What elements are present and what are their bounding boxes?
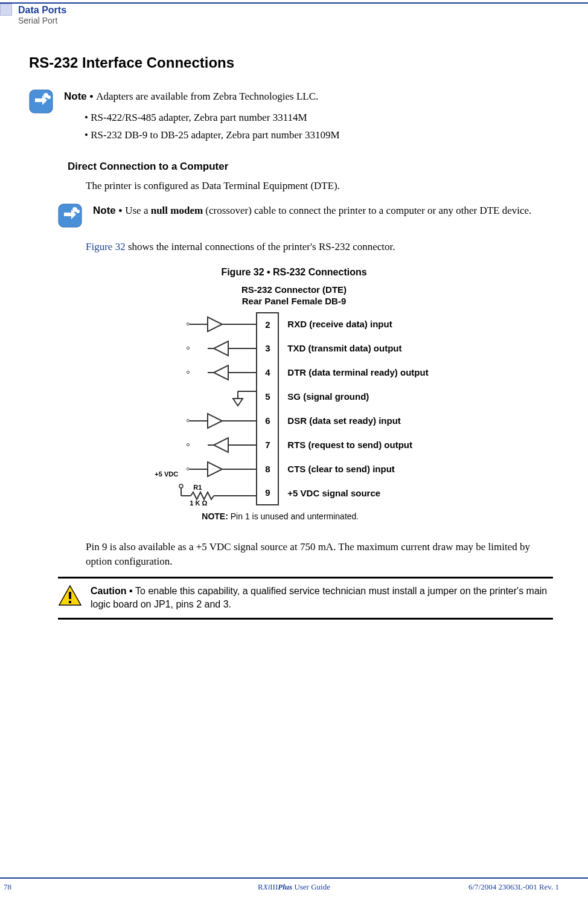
pin-label: TXD (transmit data) output [279, 343, 401, 353]
connector-subtitle: Rear Panel Female DB-9 [159, 295, 428, 307]
note-icon [58, 204, 82, 228]
subsection-heading: Direct Connection to a Computer [68, 161, 559, 173]
pin-label: SG (signal ground) [279, 391, 369, 402]
pin-label: RTS (request to send) output [279, 440, 412, 450]
page-footer: 78 RXiIIIPlus User Guide 6/7/2004 23063L… [0, 877, 588, 892]
caution-label: Caution • [91, 586, 135, 596]
figure-xref[interactable]: Figure 32 [86, 241, 126, 252]
body-paragraph: Pin 9 is also available as a +5 VDC sign… [86, 540, 553, 569]
note-icon [29, 89, 53, 114]
pin-number: 8 [256, 457, 279, 481]
svg-point-5 [76, 210, 80, 213]
connector-title: RS-232 Connector (DTE) [159, 284, 428, 296]
diagram-footnote: NOTE: Pin 1 is unused and unterminated. [159, 511, 428, 521]
note-label: Note • [64, 91, 96, 102]
pin-label: DSR (data set ready) input [279, 415, 401, 426]
note-label: Note • [93, 205, 125, 216]
note-block-adapters: Note • Adapters are available from Zebra… [29, 89, 559, 144]
pin-number: 3 [256, 336, 279, 361]
pin-number: 4 [256, 361, 279, 385]
note-bold: null modem [151, 205, 203, 216]
note-block-nullmodem: Note • Use a null modem (crossover) cabl… [58, 204, 559, 228]
pin-label: +5 VDC signal source [279, 488, 380, 498]
r1-label: R1 [193, 484, 202, 491]
note-text: Adapters are available from Zebra Techno… [96, 91, 318, 102]
pin-number: 2 [256, 312, 279, 336]
svg-rect-27 [69, 601, 71, 603]
svg-point-21 [179, 484, 183, 488]
figure-caption: Figure 32 • RS-232 Connections [29, 267, 559, 278]
note-bullet: RS-422/RS-485 adapter, Zebra part number… [85, 109, 559, 127]
pin-label: CTS (clear to send) input [279, 464, 395, 474]
pin-label: RXD (receive data) input [279, 319, 392, 329]
caution-icon [58, 585, 82, 606]
resistor-label: 1 K Ω [190, 499, 207, 507]
caution-block: Caution • To enable this capability, a q… [58, 577, 553, 620]
guide-title: RXiIIIPlus User Guide [0, 882, 588, 892]
section-heading: RS-232 Interface Connections [29, 54, 559, 71]
svg-marker-11 [214, 365, 228, 380]
body-paragraph: The printer is configured as Data Termin… [86, 179, 553, 194]
pin-number: 9 [256, 481, 279, 505]
vdc-label: +5 VDC [155, 470, 178, 478]
rs232-diagram: RS-232 Connector (DTE) Rear Panel Female… [29, 284, 559, 522]
svg-marker-20 [208, 462, 222, 476]
header-square [0, 4, 12, 16]
page-header: Data Ports Serial Port [0, 2, 588, 25]
pin-number: 5 [256, 385, 279, 409]
caution-text: To enable this capability, a qualified s… [91, 586, 547, 609]
svg-marker-7 [208, 317, 222, 332]
svg-marker-16 [208, 414, 222, 428]
note-bullet: RS-232 DB-9 to DB-25 adapter, Zebra part… [85, 127, 559, 144]
svg-rect-26 [69, 592, 71, 599]
note-text: (crossover) cable to connect the printer… [203, 205, 531, 216]
pin-label: DTR (data terminal ready) output [279, 367, 428, 377]
svg-marker-14 [233, 399, 243, 406]
pin-number: 6 [256, 409, 279, 433]
svg-marker-18 [214, 438, 228, 452]
header-title: Data Ports [18, 5, 66, 16]
header-subtitle: Serial Port [18, 16, 66, 25]
svg-marker-9 [214, 341, 228, 356]
svg-point-2 [47, 95, 51, 99]
body-paragraph: Figure 32 shows the internal connections… [86, 240, 553, 255]
note-text: Use a [125, 205, 150, 216]
pin-number: 7 [256, 433, 279, 457]
